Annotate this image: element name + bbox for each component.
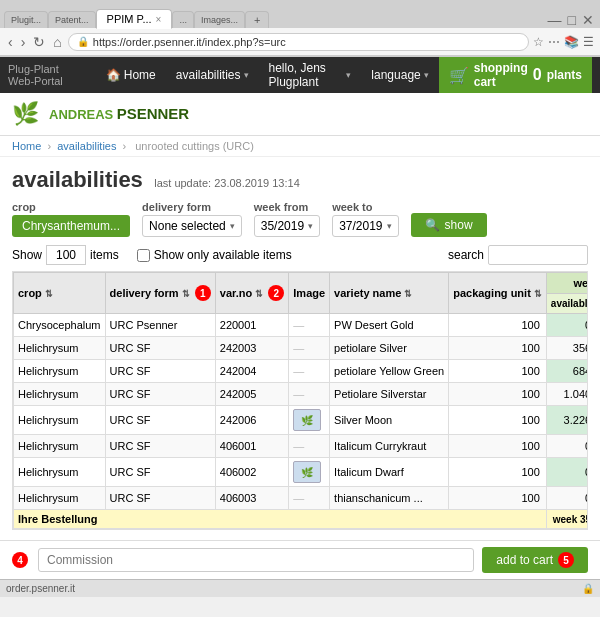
close-btn[interactable]: ✕ bbox=[580, 12, 596, 28]
week-to-group: week to 37/2019 ▾ bbox=[332, 201, 398, 237]
url-bar[interactable]: 🔒 https://order.psenner.it/index.php?s=u… bbox=[68, 33, 529, 51]
no-image: — bbox=[293, 365, 304, 377]
w35-avail-cell: 3.226 bbox=[546, 406, 588, 435]
nav-availabilities[interactable]: availabilities ▾ bbox=[166, 57, 259, 93]
logo-plant-icon: 🌿 bbox=[12, 101, 39, 127]
tab-other-1[interactable]: Plugit... bbox=[4, 11, 48, 28]
tab-close-icon[interactable]: × bbox=[156, 14, 162, 25]
logo-area: 🌿 bbox=[12, 101, 39, 127]
sort-varno-icon[interactable]: ⇅ bbox=[255, 289, 263, 299]
week-to-select[interactable]: 37/2019 ▾ bbox=[332, 215, 398, 237]
delivery-select[interactable]: None selected ▾ bbox=[142, 215, 242, 237]
variety-cell: Italicum Dwarf bbox=[330, 458, 449, 487]
breadcrumb-avail[interactable]: availabilities bbox=[57, 140, 116, 152]
back-btn[interactable]: ‹ bbox=[6, 34, 15, 50]
breadcrumb-home[interactable]: Home bbox=[12, 140, 41, 152]
table-row: Helichrysum URC SF 242005 — Petiolare Si… bbox=[14, 383, 589, 406]
image-cell: — bbox=[289, 487, 330, 510]
crop-cell: Helichrysum bbox=[14, 337, 106, 360]
delivery-cell: URC SF bbox=[105, 487, 215, 510]
w35-avail-cell: 0 bbox=[546, 435, 588, 458]
tab-other-4[interactable]: Images... bbox=[194, 11, 245, 28]
extensions-btn[interactable]: 📚 bbox=[564, 35, 579, 49]
availability-table: crop ⇅ delivery form ⇅ 1 var.no ⇅ 2 Imag… bbox=[13, 272, 588, 529]
nav-home[interactable]: 🏠 Home bbox=[96, 57, 166, 93]
plant-image: 🌿 bbox=[293, 461, 321, 483]
varno-cell: 242006 bbox=[215, 406, 289, 435]
variety-cell: Italicum Currykraut bbox=[330, 435, 449, 458]
tab-label: PPIM P... bbox=[107, 13, 152, 25]
table-row: Helichrysum URC SF 242006 🌿 Silver Moon … bbox=[14, 406, 589, 435]
varno-cell: 220001 bbox=[215, 314, 289, 337]
nav-language[interactable]: language ▾ bbox=[361, 57, 438, 93]
delivery-cell: URC Psenner bbox=[105, 314, 215, 337]
w35-avail-cell: 0 bbox=[546, 487, 588, 510]
tab-other-3[interactable]: ... bbox=[172, 11, 194, 28]
breadcrumb-sep1: › bbox=[47, 140, 51, 152]
w35-avail-cell: 684 bbox=[546, 360, 588, 383]
refresh-btn[interactable]: ↻ bbox=[31, 34, 47, 50]
tab-active[interactable]: PPIM P... × bbox=[96, 9, 173, 29]
commission-input[interactable] bbox=[38, 548, 474, 572]
crop-cell: Helichrysum bbox=[14, 487, 106, 510]
w35-avail-hdr: available bbox=[546, 294, 588, 314]
tab-new[interactable]: + bbox=[245, 11, 269, 28]
home-btn[interactable]: ⌂ bbox=[51, 34, 63, 50]
menu-btn[interactable]: ⋯ bbox=[548, 35, 560, 49]
col-crop: crop ⇅ bbox=[14, 273, 106, 314]
logo-text: ANDREAS PSENNER bbox=[49, 106, 189, 122]
sync-btn[interactable]: ☰ bbox=[583, 35, 594, 49]
lock-icon: 🔒 bbox=[77, 36, 89, 47]
no-image: — bbox=[293, 492, 304, 504]
add-to-cart-button[interactable]: add to cart 5 bbox=[482, 547, 588, 573]
week-from-caret: ▾ bbox=[308, 221, 313, 231]
only-available-group: Show only available items bbox=[137, 248, 292, 262]
home-icon: 🏠 bbox=[106, 68, 121, 82]
variety-cell: Petiolare Silverstar bbox=[330, 383, 449, 406]
tab-other-2[interactable]: Patent... bbox=[48, 11, 96, 28]
variety-cell: Silver Moon bbox=[330, 406, 449, 435]
crop-button[interactable]: Chrysanthemum... bbox=[12, 215, 130, 237]
delivery-cell: URC SF bbox=[105, 458, 215, 487]
show-count-input[interactable] bbox=[46, 245, 86, 265]
w35-avail-cell: 0 bbox=[546, 458, 588, 487]
varno-cell: 406003 bbox=[215, 487, 289, 510]
cart-unit: plants bbox=[547, 68, 582, 82]
crop-cell: Helichrysum bbox=[14, 406, 106, 435]
variety-cell: petiolare Silver bbox=[330, 337, 449, 360]
delivery-cell: URC SF bbox=[105, 406, 215, 435]
caret-icon: ▾ bbox=[244, 70, 249, 80]
breadcrumb-sep2: › bbox=[123, 140, 127, 152]
varno-cell: 406001 bbox=[215, 435, 289, 458]
delivery-label: delivery form bbox=[142, 201, 242, 213]
varno-cell: 242004 bbox=[215, 360, 289, 383]
page-title: availabilities bbox=[12, 167, 143, 192]
sort-pack-icon[interactable]: ⇅ bbox=[534, 289, 542, 299]
nav-user[interactable]: hello, Jens Plugplant ▾ bbox=[259, 57, 362, 93]
week-from-select[interactable]: 35/2019 ▾ bbox=[254, 215, 320, 237]
maximize-btn[interactable]: □ bbox=[566, 12, 578, 28]
col-delivery: delivery form ⇅ 1 bbox=[105, 273, 215, 314]
col-varno: var.no ⇅ 2 bbox=[215, 273, 289, 314]
bookmark-btn[interactable]: ☆ bbox=[533, 35, 544, 49]
week-to-caret: ▾ bbox=[387, 221, 392, 231]
nav-cart[interactable]: 🛒 shopping cart 0 plants bbox=[439, 57, 592, 93]
minimize-btn[interactable]: — bbox=[546, 12, 564, 28]
search-icon: 🔍 bbox=[425, 218, 440, 232]
show-items: Show items bbox=[12, 245, 119, 265]
pack-cell: 100 bbox=[449, 406, 547, 435]
no-image: — bbox=[293, 440, 304, 452]
pack-cell: 100 bbox=[449, 314, 547, 337]
only-available-checkbox[interactable] bbox=[137, 249, 150, 262]
show-button[interactable]: 🔍 show bbox=[411, 213, 487, 237]
image-cell: — bbox=[289, 383, 330, 406]
sort-crop-icon[interactable]: ⇅ bbox=[45, 289, 53, 299]
forward-btn[interactable]: › bbox=[19, 34, 28, 50]
col-image: Image bbox=[289, 273, 330, 314]
sort-variety-icon[interactable]: ⇅ bbox=[404, 289, 412, 299]
sort-delivery-icon[interactable]: ⇅ bbox=[182, 289, 190, 299]
search-input[interactable] bbox=[488, 245, 588, 265]
varno-cell: 242005 bbox=[215, 383, 289, 406]
no-image: — bbox=[293, 319, 304, 331]
last-update: last update: 23.08.2019 13:14 bbox=[154, 177, 300, 189]
